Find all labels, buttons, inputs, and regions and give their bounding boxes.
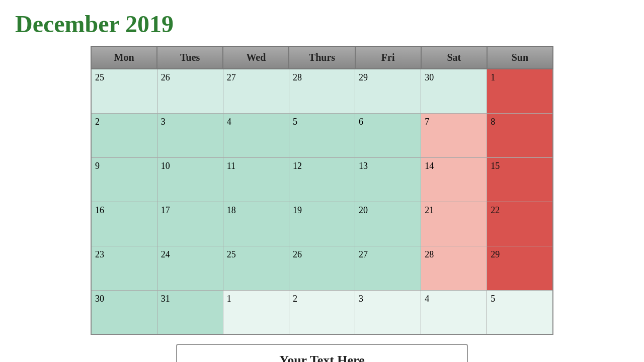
calendar-day-cell[interactable]: 26 [289, 246, 355, 290]
weekday-header-row: MonTuesWedThursFriSatSun [91, 46, 553, 69]
calendar-day-cell[interactable]: 2 [289, 290, 355, 334]
calendar-day-cell[interactable]: 28 [421, 246, 487, 290]
calendar-day-cell[interactable]: 30 [421, 69, 487, 113]
calendar-day-cell[interactable]: 28 [289, 69, 355, 113]
text-box-area: Your Text Here [176, 344, 468, 362]
calendar-day-cell[interactable]: 16 [91, 202, 157, 246]
calendar-week-row: 9101112131415 [91, 157, 553, 202]
calendar-day-cell[interactable]: 17 [157, 202, 223, 246]
calendar-body: 2526272829301234567891011121314151617181… [91, 69, 553, 334]
weekday-header-mon: Mon [91, 46, 157, 69]
calendar-day-cell[interactable]: 23 [91, 246, 157, 290]
calendar-day-cell[interactable]: 3 [355, 290, 421, 334]
calendar-day-cell[interactable]: 8 [487, 113, 553, 157]
weekday-header-thurs: Thurs [289, 46, 355, 69]
weekday-header-wed: Wed [223, 46, 289, 69]
calendar-day-cell[interactable]: 4 [223, 113, 289, 157]
text-box[interactable]: Your Text Here [176, 344, 468, 362]
calendar-day-cell[interactable]: 20 [355, 202, 421, 246]
calendar-day-cell[interactable]: 12 [289, 157, 355, 202]
calendar-day-cell[interactable]: 31 [157, 290, 223, 334]
calendar-week-row: 303112345 [91, 290, 553, 334]
calendar-day-cell[interactable]: 6 [355, 113, 421, 157]
calendar-day-cell[interactable]: 1 [223, 290, 289, 334]
calendar-day-cell[interactable]: 25 [91, 69, 157, 113]
calendar-day-cell[interactable]: 25 [223, 246, 289, 290]
calendar-day-cell[interactable]: 24 [157, 246, 223, 290]
calendar-day-cell[interactable]: 27 [223, 69, 289, 113]
calendar-day-cell[interactable]: 29 [355, 69, 421, 113]
calendar-day-cell[interactable]: 11 [223, 157, 289, 202]
calendar-week-row: 2526272829301 [91, 69, 553, 113]
calendar-day-cell[interactable]: 7 [421, 113, 487, 157]
calendar-day-cell[interactable]: 18 [223, 202, 289, 246]
calendar-day-cell[interactable]: 30 [91, 290, 157, 334]
calendar-week-row: 23242526272829 [91, 246, 553, 290]
calendar-day-cell[interactable]: 29 [487, 246, 553, 290]
calendar-day-cell[interactable]: 1 [487, 69, 553, 113]
calendar-day-cell[interactable]: 4 [421, 290, 487, 334]
calendar-day-cell[interactable]: 9 [91, 157, 157, 202]
page-title: December 2019 [15, 10, 629, 38]
calendar-day-cell[interactable]: 14 [421, 157, 487, 202]
calendar-day-cell[interactable]: 15 [487, 157, 553, 202]
calendar-day-cell[interactable]: 21 [421, 202, 487, 246]
calendar-day-cell[interactable]: 13 [355, 157, 421, 202]
calendar-day-cell[interactable]: 22 [487, 202, 553, 246]
calendar-day-cell[interactable]: 2 [91, 113, 157, 157]
calendar-day-cell[interactable]: 5 [487, 290, 553, 334]
calendar-week-row: 2345678 [91, 113, 553, 157]
calendar-day-cell[interactable]: 27 [355, 246, 421, 290]
calendar-day-cell[interactable]: 19 [289, 202, 355, 246]
calendar-day-cell[interactable]: 26 [157, 69, 223, 113]
calendar-wrapper: MonTuesWedThursFriSatSun 252627282930123… [15, 46, 629, 362]
calendar-table: MonTuesWedThursFriSatSun 252627282930123… [91, 46, 553, 335]
calendar-day-cell[interactable]: 3 [157, 113, 223, 157]
calendar-header: MonTuesWedThursFriSatSun [91, 46, 553, 69]
weekday-header-tues: Tues [157, 46, 223, 69]
calendar-week-row: 16171819202122 [91, 202, 553, 246]
calendar-day-cell[interactable]: 5 [289, 113, 355, 157]
weekday-header-fri: Fri [355, 46, 421, 69]
weekday-header-sat: Sat [421, 46, 487, 69]
weekday-header-sun: Sun [487, 46, 553, 69]
calendar-day-cell[interactable]: 10 [157, 157, 223, 202]
